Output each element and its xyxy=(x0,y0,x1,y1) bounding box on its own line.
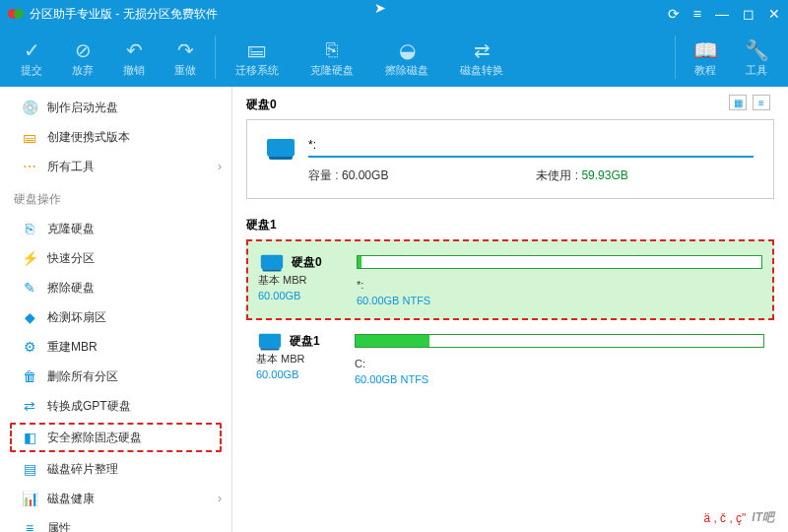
sidebar-item-label: 磁盘健康 xyxy=(47,491,95,507)
sidebar-item[interactable]: ▤磁盘碎片整理 xyxy=(0,454,231,484)
sidebar-item[interactable]: ◧安全擦除固态硬盘 xyxy=(10,423,222,452)
undo-button[interactable]: ↶撤销 xyxy=(108,28,160,87)
sidebar-item[interactable]: ⋯所有工具› xyxy=(0,152,231,181)
item-icon: ◧ xyxy=(22,430,37,445)
book-icon: 📖 xyxy=(693,37,718,63)
menu-icon[interactable]: ≡ xyxy=(693,6,701,22)
sidebar-item-label: 克隆硬盘 xyxy=(47,221,95,237)
maximize-icon[interactable]: ◻ xyxy=(743,6,755,22)
disk-name: 硬盘0 xyxy=(292,254,322,271)
sidebar-item-label: 删除所有分区 xyxy=(47,368,118,385)
item-icon: 🖴 xyxy=(22,129,37,145)
app-logo-icon xyxy=(8,6,24,22)
commit-button[interactable]: ✓提交 xyxy=(6,28,57,87)
cancel-icon: ⊘ xyxy=(75,37,92,63)
sidebar: 💿制作启动光盘🖴创建便携式版本⋯所有工具› 硬盘操作 ⎘克隆硬盘⚡快速分区✎擦除… xyxy=(0,87,232,532)
item-icon: ⋯ xyxy=(22,159,37,174)
partition-info: 60.00GB NTFS xyxy=(357,295,762,306)
disk-type: 基本 MBR xyxy=(256,352,335,366)
sidebar-item-label: 转换成GPT硬盘 xyxy=(47,398,131,415)
sidebar-item-label: 检测坏扇区 xyxy=(47,309,106,326)
sidebar-item[interactable]: ⇄转换成GPT硬盘 xyxy=(0,391,231,421)
tutorial-button[interactable]: 📖教程 xyxy=(680,28,731,87)
refresh-icon[interactable]: ⟳ xyxy=(668,6,680,22)
sidebar-item-label: 安全擦除固态硬盘 xyxy=(47,430,142,446)
disk-entry[interactable]: 硬盘1 基本 MBR 60.00GB C: 60.00GB NTFS xyxy=(246,320,774,397)
disk-icon xyxy=(259,334,281,348)
window-title: 分区助手专业版 - 无损分区免费软件 xyxy=(30,6,668,23)
watermark: ä , č , ç" IT吧 xyxy=(703,509,774,526)
wrench-icon: 🔧 xyxy=(745,37,769,63)
disk0-capacity: 容量 : 60.00GB xyxy=(308,167,388,184)
migrate-icon: 🖴 xyxy=(247,37,267,63)
sidebar-item[interactable]: 🖴创建便携式版本 xyxy=(0,122,231,152)
partition-bar xyxy=(357,255,762,269)
item-icon: ⎘ xyxy=(22,221,37,236)
disk0-drive-letter: *: xyxy=(308,138,754,152)
sidebar-item-label: 制作启动光盘 xyxy=(47,100,118,116)
sidebar-item-label: 磁盘碎片整理 xyxy=(47,461,118,478)
sidebar-item[interactable]: 💿制作启动光盘 xyxy=(0,93,231,122)
sidebar-group-label: 硬盘操作 xyxy=(0,181,231,214)
disk-size: 60.00GB xyxy=(256,368,335,380)
undo-icon: ↶ xyxy=(126,37,143,63)
item-icon: ◆ xyxy=(22,309,37,325)
disk0-card[interactable]: *: 容量 : 60.00GB 未使用 : 59.93GB xyxy=(246,119,774,199)
sidebar-item[interactable]: ≡属性 xyxy=(0,513,231,532)
disk-size: 60.00GB xyxy=(258,290,337,301)
sidebar-item-label: 重建MBR xyxy=(47,339,98,356)
partition-bar xyxy=(355,334,764,348)
list-view-icon[interactable]: ≡ xyxy=(753,95,770,110)
item-icon: 🗑 xyxy=(22,368,37,384)
sidebar-item-label: 创建便携式版本 xyxy=(47,129,130,146)
item-icon: ⚙ xyxy=(22,339,37,355)
redo-icon: ↷ xyxy=(177,37,194,63)
sidebar-item[interactable]: 🗑删除所有分区 xyxy=(0,362,231,391)
item-icon: 💿 xyxy=(22,100,37,115)
disk-icon xyxy=(267,139,295,157)
separator xyxy=(215,35,216,79)
sidebar-item[interactable]: ◆检测坏扇区 xyxy=(0,302,231,332)
separator xyxy=(675,35,676,79)
convert-button[interactable]: ⇄磁盘转换 xyxy=(444,28,519,87)
sidebar-item-label: 快速分区 xyxy=(47,250,95,267)
minimize-icon[interactable]: — xyxy=(715,6,729,22)
sidebar-item-label: 擦除硬盘 xyxy=(47,280,95,297)
sidebar-item[interactable]: ⚡快速分区 xyxy=(0,243,231,273)
disk0-unused: 未使用 : 59.93GB xyxy=(536,167,627,184)
check-icon: ✓ xyxy=(24,37,40,63)
item-icon: ⚡ xyxy=(22,250,37,266)
disk-icon xyxy=(261,255,283,269)
item-icon: ⇄ xyxy=(22,398,37,414)
content-area: ▦ ≡ 硬盘0 *: 容量 : 60.00GB 未使用 : 59.93GB 硬盘… xyxy=(232,87,788,532)
grid-view-icon[interactable]: ▦ xyxy=(729,95,747,110)
sidebar-item-label: 属性 xyxy=(47,520,71,533)
item-icon: 📊 xyxy=(22,491,37,506)
item-icon: ▤ xyxy=(22,461,37,477)
titlebar: 分区助手专业版 - 无损分区免费软件 ⟳ ≡ — ◻ ✕ xyxy=(0,0,788,28)
wipe-button[interactable]: ◒擦除磁盘 xyxy=(369,28,444,87)
disk-entry[interactable]: 硬盘0 基本 MBR 60.00GB *: 60.00GB NTFS xyxy=(246,239,774,320)
item-icon: ≡ xyxy=(22,520,37,532)
convert-icon: ⇄ xyxy=(474,37,491,63)
tools-button[interactable]: 🔧工具 xyxy=(731,28,782,87)
discard-button[interactable]: ⊘放弃 xyxy=(57,28,108,87)
sidebar-item[interactable]: ⚙重建MBR xyxy=(0,332,231,362)
wipe-icon: ◒ xyxy=(399,37,416,63)
partition-info: 60.00GB NTFS xyxy=(355,373,764,385)
clone-button[interactable]: ⎘克隆硬盘 xyxy=(295,28,369,87)
toolbar: ✓提交 ⊘放弃 ↶撤销 ↷重做 🖴迁移系统 ⎘克隆硬盘 ◒擦除磁盘 ⇄磁盘转换 … xyxy=(0,28,788,87)
sidebar-item[interactable]: ✎擦除硬盘 xyxy=(0,273,231,302)
sidebar-item[interactable]: 📊磁盘健康› xyxy=(0,484,231,513)
migrate-button[interactable]: 🖴迁移系统 xyxy=(220,28,295,87)
sidebar-item[interactable]: ⎘克隆硬盘 xyxy=(0,214,231,243)
svg-point-1 xyxy=(14,9,24,19)
disk0-label: 硬盘0 xyxy=(246,97,774,113)
redo-button[interactable]: ↷重做 xyxy=(160,28,211,87)
partition-drive: C: xyxy=(355,358,764,369)
clone-icon: ⎘ xyxy=(326,37,338,63)
disk0-usage-bar xyxy=(308,156,754,158)
sidebar-item-label: 所有工具 xyxy=(47,159,95,175)
close-icon[interactable]: ✕ xyxy=(768,6,780,22)
item-icon: ✎ xyxy=(22,280,37,296)
